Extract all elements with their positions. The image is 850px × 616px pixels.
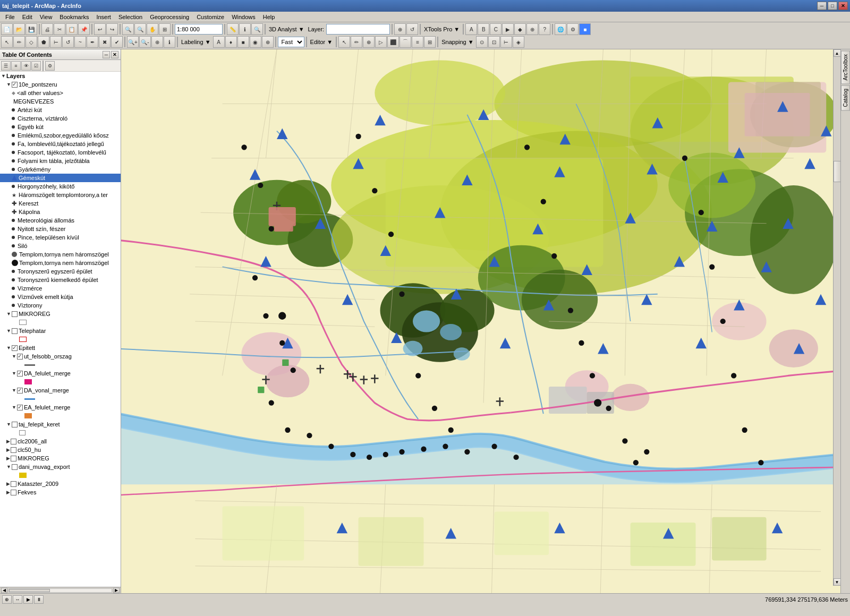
- trace-button[interactable]: ~: [74, 36, 86, 48]
- menu-insert[interactable]: Insert: [93, 13, 114, 21]
- egyeb-kut-item[interactable]: Egyéb kút: [0, 123, 121, 131]
- layer-10e-pontszeru[interactable]: ▼ 10e_pontszeru: [0, 80, 121, 89]
- speed-dropdown[interactable]: Fast Slow: [278, 37, 304, 47]
- ea-felulet-item[interactable]: ▼ EA_felulet_merge: [0, 403, 121, 412]
- facsoport-item[interactable]: Facsoport, tájékoztató, lomblevélű: [0, 148, 121, 157]
- ed-btn1[interactable]: ↖: [338, 36, 350, 48]
- templom1-item[interactable]: Templom,tornya nem háromszögel: [0, 250, 121, 259]
- emlekmű-item[interactable]: Emlékmű,szobor,egyedülálló kőosz: [0, 131, 121, 140]
- paste-button[interactable]: 📌: [78, 23, 90, 35]
- ciszterna-item[interactable]: Ciszterna, víztároló: [0, 114, 121, 123]
- 10e-collapse-icon[interactable]: ▼: [6, 82, 11, 87]
- scroll-thumb[interactable]: [834, 161, 841, 182]
- world-button[interactable]: 🌐: [555, 23, 566, 35]
- scroll-up-button[interactable]: ▲: [834, 49, 841, 57]
- reshape-button[interactable]: ⬟: [38, 36, 49, 48]
- menu-windows[interactable]: Windows: [228, 13, 259, 21]
- toc-selection-view-button[interactable]: ☑: [31, 61, 41, 71]
- layer-input[interactable]: [326, 24, 390, 35]
- menu-geoprocessing[interactable]: Geoprocessing: [147, 13, 192, 21]
- find-button[interactable]: 🔍: [251, 23, 263, 35]
- labeling-label[interactable]: Labeling ▼: [180, 39, 212, 45]
- vizmerce-item[interactable]: Vízmérce: [0, 284, 121, 293]
- select-button[interactable]: ↖: [1, 36, 13, 48]
- snapping-label[interactable]: Snapping ▼: [440, 39, 475, 45]
- new-button[interactable]: 📄: [1, 23, 13, 35]
- kataszter-group[interactable]: ▶ Kataszter_2009: [0, 480, 121, 488]
- vizművek-item[interactable]: Vízművek emelt kútja: [0, 293, 121, 301]
- dani-muvag-group[interactable]: ▼ dani_muvag_export: [0, 463, 121, 471]
- tb-btn-e[interactable]: ◆: [514, 23, 526, 35]
- epitett-group[interactable]: ▼ Epitett: [0, 344, 121, 352]
- da-felulet-collapse-icon[interactable]: ▼: [12, 371, 16, 376]
- haromszogelt-item[interactable]: ★ Háromszögelt templomtorony,a ter: [0, 191, 121, 199]
- da-vonal-collapse-icon[interactable]: ▼: [12, 388, 16, 393]
- epitett-checkbox[interactable]: [12, 345, 18, 351]
- tb-btn-f[interactable]: ⊕: [526, 23, 538, 35]
- maximize-button[interactable]: □: [828, 2, 837, 10]
- status-zoom-button[interactable]: ⊕: [2, 595, 12, 604]
- telephatar-collapse-icon[interactable]: ▼: [6, 328, 11, 333]
- toc-list-view-button[interactable]: ☰: [1, 61, 11, 71]
- print-button[interactable]: 🖨: [41, 23, 53, 35]
- kereszt-item[interactable]: ✚ Kereszt: [0, 199, 121, 208]
- toc-horizontal-scrollbar[interactable]: ◀ ▶: [0, 587, 121, 593]
- xtools-label[interactable]: XTools Pro ▼: [422, 26, 461, 32]
- toc-minimize-button[interactable]: ─: [103, 51, 110, 58]
- tb-btn-a[interactable]: A: [465, 23, 477, 35]
- undo-button[interactable]: ↩: [94, 23, 106, 35]
- toc-source-view-button[interactable]: ≡: [11, 61, 21, 71]
- layers-collapse-icon[interactable]: ▼: [1, 73, 6, 79]
- da-vonal-checkbox[interactable]: [17, 388, 23, 393]
- lab-btn5[interactable]: ⊕: [262, 36, 274, 48]
- nyitott-szin-item[interactable]: Nyitott szín, fészer: [0, 225, 121, 233]
- ed-btn2[interactable]: ✏: [351, 36, 362, 48]
- meteorologiai-item[interactable]: Meteorológiai állomás: [0, 216, 121, 225]
- ut-felsobb-item[interactable]: ▼ ut_felsobb_orszag: [0, 352, 121, 361]
- scale-input[interactable]: [175, 24, 223, 35]
- color-button[interactable]: ■: [579, 23, 591, 35]
- viztorony-item[interactable]: Víztorony: [0, 301, 121, 310]
- snap-btn1[interactable]: ⊙: [476, 36, 488, 48]
- status-pan-button[interactable]: ↔: [13, 595, 22, 604]
- clc2006-group[interactable]: ▶ clc2006_all: [0, 437, 121, 446]
- snap-btn3[interactable]: ⊢: [500, 36, 512, 48]
- toc-scroll-right[interactable]: ▶: [113, 588, 120, 593]
- refresh-button[interactable]: ↺: [406, 23, 418, 35]
- toc-visibility-view-button[interactable]: 👁: [21, 61, 31, 71]
- lab-btn1[interactable]: A: [213, 36, 225, 48]
- help-button[interactable]: ?: [539, 23, 550, 35]
- toc-options-button[interactable]: ⚙: [45, 61, 55, 71]
- layers-group[interactable]: ▼ Layers: [0, 72, 121, 80]
- zoom-out2-button[interactable]: 🔍-: [139, 36, 151, 48]
- lab-btn2[interactable]: ♦: [225, 36, 237, 48]
- pince-item[interactable]: Pince, településen kívül: [0, 233, 121, 242]
- ea-felulet-collapse-icon[interactable]: ▼: [12, 405, 16, 410]
- kataszter-expand-icon[interactable]: ▶: [6, 481, 10, 486]
- status-play-button[interactable]: ▶: [23, 595, 33, 604]
- mikroreg2-checkbox[interactable]: [11, 456, 16, 461]
- snap-btn4[interactable]: ◈: [513, 36, 524, 48]
- telephatar-checkbox[interactable]: [12, 328, 18, 334]
- da-felulet-checkbox[interactable]: [17, 371, 23, 377]
- taj-checkbox[interactable]: [12, 422, 18, 427]
- map-vertical-scrollbar[interactable]: ▲ ▼: [833, 49, 840, 586]
- arctoolbox-tab[interactable]: ArcToolbox: [841, 50, 850, 84]
- copy-button[interactable]: 📋: [66, 23, 78, 35]
- ed-btn8[interactable]: ⊞: [424, 36, 436, 48]
- minimize-button[interactable]: ─: [817, 2, 827, 10]
- epitett-collapse-icon[interactable]: ▼: [6, 345, 11, 350]
- menu-bookmarks[interactable]: Bookmarks: [56, 13, 92, 21]
- rotate-button[interactable]: ↺: [62, 36, 74, 48]
- fekves-expand-icon[interactable]: ▶: [6, 490, 10, 495]
- ed-btn4[interactable]: ▷: [375, 36, 387, 48]
- telephatar-group[interactable]: ▼ Telephatar: [0, 327, 121, 335]
- editor-label[interactable]: Editor ▼: [309, 39, 335, 45]
- tb-btn-d[interactable]: ▶: [502, 23, 514, 35]
- toronyszerű1-item[interactable]: Toronyszerű egyszerű épület: [0, 267, 121, 276]
- ed-btn7[interactable]: ≡: [412, 36, 423, 48]
- split-button[interactable]: ⊢: [50, 36, 62, 48]
- clc50-checkbox[interactable]: [11, 447, 16, 453]
- finish-sketch-button[interactable]: ✔: [111, 36, 123, 48]
- fekves-group[interactable]: ▶ Fekves: [0, 488, 121, 497]
